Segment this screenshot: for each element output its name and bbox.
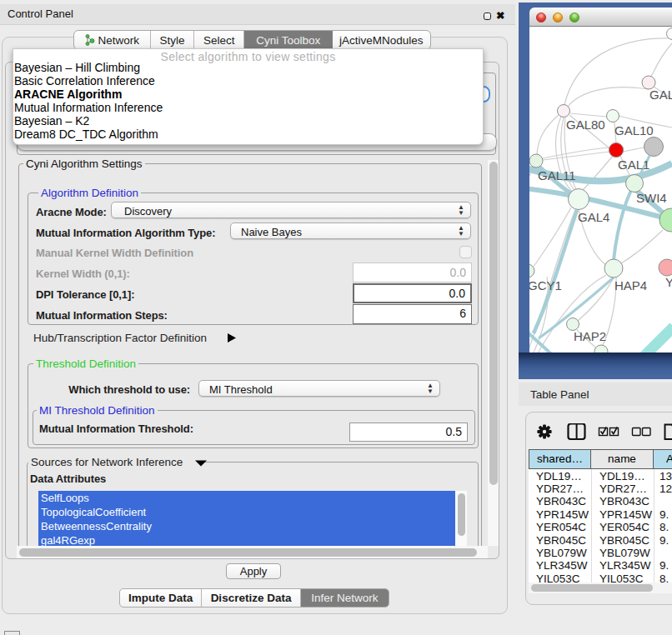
svg-text:GAL11: GAL11	[538, 168, 576, 182]
svg-text:Y: Y	[665, 275, 672, 289]
svg-text:HAP2: HAP2	[574, 329, 606, 343]
svg-text:GAL80: GAL80	[566, 118, 605, 132]
svg-text:GCY1: GCY1	[529, 278, 562, 292]
svg-text:HAP4: HAP4	[614, 278, 647, 292]
svg-text:GAL10: GAL10	[614, 123, 654, 138]
svg-text:GAL: GAL	[649, 88, 672, 102]
svg-text:SWI4: SWI4	[636, 191, 667, 205]
svg-text:GAL1: GAL1	[618, 158, 649, 172]
svg-text:GAL4: GAL4	[578, 210, 609, 224]
